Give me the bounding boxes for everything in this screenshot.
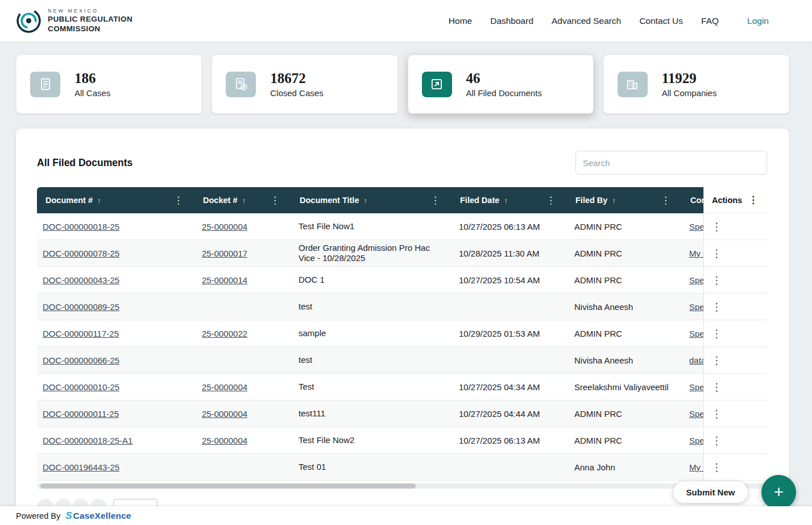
column-menu-icon[interactable]: ⋮	[270, 196, 280, 205]
stat-card-closed-cases[interactable]: 18672Closed Cases	[212, 55, 397, 114]
row-menu-icon[interactable]: ⋮	[711, 248, 722, 259]
cell-filed-date: 10/27/2025 04:34 AM	[445, 382, 560, 392]
search-input[interactable]	[575, 151, 767, 175]
sort-arrow-icon[interactable]: ↑	[612, 196, 616, 205]
docket-link[interactable]: 25-0000022	[202, 329, 247, 338]
document-link[interactable]: DOC-000196443-25	[43, 462, 119, 472]
extra-link[interactable]: Spe	[689, 329, 705, 338]
row-menu-icon[interactable]: ⋮	[711, 275, 722, 286]
stat-card-all-cases[interactable]: 186All Cases	[16, 55, 202, 114]
sort-arrow-icon[interactable]: ↑	[363, 196, 367, 205]
row-menu-icon[interactable]: ⋮	[711, 462, 722, 473]
cell-docket-no: 25-0000004	[188, 436, 284, 445]
logo[interactable]: NEW MEXICO PUBLIC REGULATION COMMISSION	[16, 8, 132, 34]
add-fab-button[interactable]: +	[761, 475, 796, 510]
scrollbar-thumb[interactable]	[40, 483, 416, 489]
row-actions-cell: ⋮	[704, 347, 767, 374]
stat-card-all-filed-documents[interactable]: 46All Filed Documents	[408, 55, 594, 114]
cases-icon	[30, 72, 60, 97]
nav-faq[interactable]: FAQ	[701, 16, 719, 26]
docket-link[interactable]: 25-0000004	[202, 436, 247, 445]
column-label: Filed By	[575, 196, 607, 205]
column-header-document-title[interactable]: Document Title↑⋮	[284, 187, 445, 213]
stat-label: All Filed Documents	[466, 88, 542, 98]
docket-link[interactable]: 25-0000004	[202, 409, 247, 419]
row-menu-icon[interactable]: ⋮	[711, 221, 722, 232]
main-nav: HomeDashboardAdvanced SearchContact UsFA…	[449, 16, 769, 26]
extra-link[interactable]: Spe	[689, 302, 705, 312]
table-row: DOC-000000018-25-A125-0000004Test File N…	[37, 427, 767, 454]
table-row: DOC-000000018-2525-0000004Test File Now1…	[37, 213, 767, 240]
column-menu-icon[interactable]: ⋮	[430, 196, 440, 205]
column-header-filed-by[interactable]: Filed By↑⋮	[560, 187, 675, 213]
document-link[interactable]: DOC-000000089-25	[43, 302, 119, 312]
row-actions-cell: ⋮	[704, 293, 767, 320]
docket-link[interactable]: 25-0000004	[202, 222, 247, 232]
cell-filed-by: ADMIN PRC	[560, 222, 675, 232]
extra-link[interactable]: Spe	[689, 409, 705, 419]
document-link[interactable]: DOC-000000011-25	[43, 409, 119, 419]
extra-link[interactable]: Spe	[689, 436, 705, 445]
brand-icon: S	[65, 510, 72, 522]
column-menu-icon[interactable]: ⋮	[173, 196, 183, 205]
document-link[interactable]: DOC-000000010-25	[43, 382, 119, 392]
sort-arrow-icon[interactable]: ↑	[97, 196, 101, 205]
cell-document-no: DOC-000000066-25	[37, 355, 188, 365]
stat-card-all-companies[interactable]: 11929All Companies	[603, 55, 789, 114]
docket-link[interactable]: 25-0000017	[202, 249, 247, 258]
nav-contact-us[interactable]: Contact Us	[639, 16, 683, 26]
plus-icon: +	[774, 483, 784, 501]
document-link[interactable]: DOC-000000078-25	[43, 249, 119, 258]
nav-home[interactable]: Home	[449, 16, 472, 26]
panel-title: All Filed Documents	[37, 157, 132, 169]
brand-name: CaseXellence	[73, 511, 131, 521]
docket-link[interactable]: 25-0000004	[202, 382, 247, 392]
column-header-filed-date[interactable]: Filed Date↑⋮	[445, 187, 560, 213]
docket-link[interactable]: 25-0000014	[202, 275, 247, 285]
row-actions-cell: ⋮	[704, 454, 767, 481]
logo-text-line2: PUBLIC REGULATION	[48, 15, 132, 24]
row-menu-icon[interactable]: ⋮	[711, 408, 722, 419]
table-row: DOC-000196443-25Test 01Anna JohnMy C	[37, 454, 767, 481]
nav-login[interactable]: Login	[747, 16, 769, 26]
cell-filed-date: 10/28/2025 11:30 AM	[445, 249, 560, 258]
extra-link[interactable]: Spe	[689, 382, 705, 392]
document-link[interactable]: DOC-000000066-25	[43, 355, 119, 365]
submit-new-button[interactable]: Submit New	[673, 482, 748, 503]
horizontal-scrollbar[interactable]	[37, 483, 767, 489]
sort-arrow-icon[interactable]: ↑	[242, 196, 246, 205]
document-link[interactable]: DOC-000000018-25	[43, 222, 119, 232]
nav-advanced-search[interactable]: Advanced Search	[552, 16, 621, 26]
table-row: DOC-000000043-2525-0000014DOC 110/27/202…	[37, 267, 767, 293]
nav-dashboard[interactable]: Dashboard	[490, 16, 533, 26]
cell-filed-by: ADMIN PRC	[560, 329, 675, 338]
column-menu-icon[interactable]: ⋮	[661, 196, 670, 205]
cell-filed-by: ADMIN PRC	[560, 249, 675, 258]
row-menu-icon[interactable]: ⋮	[711, 301, 722, 312]
column-label: Filed Date	[460, 196, 499, 205]
document-link[interactable]: DOC-000000117-25	[43, 329, 119, 338]
actions-column-menu-icon[interactable]: ⋮	[748, 195, 758, 205]
row-menu-icon[interactable]: ⋮	[711, 328, 722, 339]
stat-value: 46	[466, 71, 542, 86]
document-link[interactable]: DOC-000000018-25-A1	[43, 436, 132, 445]
sort-arrow-icon[interactable]: ↑	[504, 196, 508, 205]
column-header-document[interactable]: Document #↑⋮	[37, 187, 188, 213]
row-menu-icon[interactable]: ⋮	[711, 435, 722, 446]
row-menu-icon[interactable]: ⋮	[711, 382, 722, 392]
column-menu-icon[interactable]: ⋮	[546, 196, 556, 205]
cell-title: DOC 1	[284, 275, 445, 285]
extra-link[interactable]: Spe	[689, 275, 705, 285]
cell-filed-by: Anna John	[560, 462, 675, 472]
actions-column: Actions ⋮ ⋮⋮⋮⋮⋮⋮⋮⋮⋮⋮	[703, 187, 767, 481]
casexellence-logo[interactable]: S CaseXellence	[65, 510, 131, 522]
cell-document-no: DOC-000000089-25	[37, 302, 188, 312]
table-row: DOC-000000078-2525-0000017Order Granting…	[37, 240, 767, 267]
row-actions-cell: ⋮	[704, 320, 767, 347]
extra-link[interactable]: Spe	[689, 222, 705, 232]
document-link[interactable]: DOC-000000043-25	[43, 275, 119, 285]
cell-document-no: DOC-000000078-25	[37, 249, 188, 258]
column-header-docket[interactable]: Docket #↑⋮	[188, 187, 284, 213]
row-menu-icon[interactable]: ⋮	[711, 355, 722, 366]
actions-column-header[interactable]: Actions ⋮	[704, 187, 767, 213]
